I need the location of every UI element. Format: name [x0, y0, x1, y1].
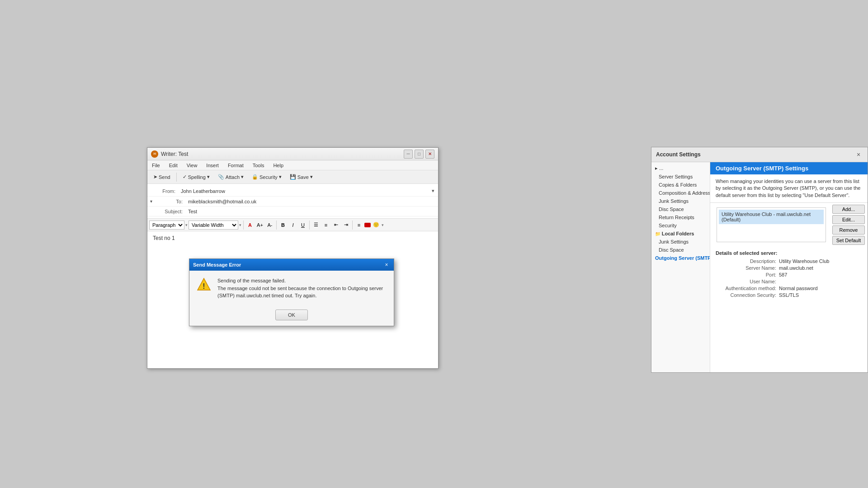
compose-window-buttons: ─ □ ✕ [404, 150, 434, 159]
smtp-auth-label: Authentication method: [716, 286, 779, 291]
spelling-label: Spelling [188, 174, 206, 180]
smtp-connection-security-label: Connection Security: [716, 292, 779, 298]
smtp-description-row: Description: Utility Warehouse Club [716, 258, 862, 264]
tree-item-junk-settings[interactable]: Junk Settings [651, 197, 710, 205]
indent-decrease-button[interactable]: ⇤ [331, 221, 340, 230]
tree-item-server-settings[interactable]: Server Settings [651, 173, 710, 181]
spelling-icon: ✓ [183, 174, 187, 180]
compose-window-title: Writer: Test [161, 151, 188, 157]
tree-item-disc-space[interactable]: Disc Space [651, 205, 710, 213]
to-row: ▾ To: [147, 197, 438, 206]
smtp-remove-button[interactable]: Remove [832, 225, 865, 235]
tree-item-junk-settings-2[interactable]: Junk Settings [651, 238, 710, 246]
tree-item-outgoing-smtp[interactable]: Outgoing Server (SMTP) [651, 254, 710, 262]
menu-help[interactable]: Help [271, 162, 285, 169]
font-color-button[interactable]: A [245, 221, 255, 230]
spelling-button[interactable]: ✓ Spelling ▾ [179, 173, 213, 181]
tree-item-root[interactable]: ▸ ... [651, 164, 710, 173]
smtp-header: Outgoing Server (SMTP) Settings [710, 162, 868, 174]
smtp-port-row: Port: 587 [716, 272, 862, 277]
menu-view[interactable]: View [185, 162, 199, 169]
underline-button[interactable]: U [298, 221, 307, 230]
attach-label: Attach [226, 174, 240, 180]
error-body: ! Sending of the message failed. The mes… [189, 271, 394, 306]
compose-maximize-button[interactable]: □ [415, 150, 424, 159]
error-message: Sending of the message failed. The messa… [217, 277, 387, 300]
smtp-edit-button[interactable]: Edit... [832, 215, 865, 224]
save-button[interactable]: 💾 Save ▾ [287, 173, 316, 181]
security-label: Security [259, 174, 278, 180]
italic-button[interactable]: I [288, 221, 297, 230]
menu-edit[interactable]: Edit [167, 162, 179, 169]
compose-minimize-button[interactable]: ─ [404, 150, 413, 159]
send-label: Send [159, 174, 170, 180]
menu-tools[interactable]: Tools [251, 162, 266, 169]
account-settings-title: Account Settings [656, 151, 701, 158]
attach-dropdown-icon: ▾ [241, 174, 244, 180]
save-label: Save [297, 174, 309, 180]
tree-item-disc-space-2[interactable]: Disc Space [651, 246, 710, 254]
bold-button[interactable]: B [278, 221, 288, 230]
smtp-port-label: Port: [716, 272, 779, 277]
tree-item-return-receipts[interactable]: Return Receipts [651, 213, 710, 221]
smtp-panel: Outgoing Server (SMTP) Settings When man… [710, 162, 868, 372]
error-titlebar: Send Message Error × [189, 259, 394, 271]
error-close-button[interactable]: × [383, 261, 390, 268]
font-width-select[interactable]: Variable Width [189, 221, 238, 230]
send-icon: ➤ [153, 174, 157, 180]
svg-text:!: ! [203, 282, 205, 290]
tree-item-security[interactable]: Security [651, 221, 710, 230]
tree-item-composition-addressing[interactable]: Composition & Addressing [651, 189, 710, 197]
account-settings-close-button[interactable]: × [854, 150, 863, 159]
format-separator-3 [309, 221, 310, 230]
smtp-server-item[interactable]: Utility Warehouse Club - mail.uwclub.net… [719, 210, 824, 224]
smtp-server-list: Utility Warehouse Club - mail.uwclub.net… [717, 207, 826, 242]
security-button[interactable]: 🔒 Security ▾ [249, 173, 285, 181]
numbered-list-button[interactable]: ≡ [321, 221, 330, 230]
to-collapse-button[interactable]: ▾ [147, 199, 155, 204]
format-separator-2 [276, 221, 277, 230]
from-field[interactable] [179, 188, 432, 195]
bullet-list-button[interactable]: ☰ [311, 221, 321, 230]
smtp-add-button[interactable]: Add... [832, 205, 865, 214]
compose-titlebar: ✉ Writer: Test ─ □ ✕ [147, 148, 438, 160]
format-toolbar: Paragraph ▾ Variable Width ▾ A A+ A- B I… [147, 219, 438, 231]
account-settings-body: ▸ ... Server Settings Copies & Folders C… [651, 162, 868, 372]
send-button[interactable]: ➤ Send [150, 173, 174, 181]
compose-app-icon: ✉ [151, 150, 158, 158]
smtp-connection-security-value: SSL/TLS [779, 292, 799, 298]
menu-insert[interactable]: Insert [204, 162, 221, 169]
indent-increase-button[interactable]: ⇥ [341, 221, 350, 230]
smtp-auth-row: Authentication method: Normal password [716, 286, 862, 291]
align-button[interactable]: ≡ [354, 221, 363, 230]
menu-format[interactable]: Format [226, 162, 245, 169]
from-label: From: [147, 188, 179, 194]
compose-titlebar-left: ✉ Writer: Test [151, 150, 188, 158]
subject-field[interactable] [186, 208, 438, 215]
from-dropdown-icon[interactable]: ▾ [432, 188, 438, 194]
from-row: From: ▾ [147, 186, 438, 197]
font-size-decrease-button[interactable]: A- [265, 221, 274, 230]
smtp-username-row: User Name: [716, 279, 862, 284]
to-label: To: [155, 199, 186, 204]
font-size-increase-button[interactable]: A+ [255, 221, 264, 230]
text-color-block-button[interactable] [364, 223, 371, 227]
ok-button[interactable]: OK [275, 310, 308, 320]
error-line1: Sending of the message failed. [217, 277, 387, 285]
emoji-button[interactable]: 🙂 [372, 221, 381, 230]
smtp-set-default-button[interactable]: Set Default [832, 236, 865, 245]
compose-close-button[interactable]: ✕ [425, 150, 434, 159]
compose-body-text: Test no 1 [153, 235, 175, 241]
attach-button[interactable]: 📎 Attach ▾ [215, 173, 247, 181]
tree-item-copies-folders[interactable]: Copies & Folders [651, 181, 710, 189]
smtp-username-label: User Name: [716, 279, 779, 284]
menu-file[interactable]: File [150, 162, 162, 169]
subject-row: Subject: [147, 206, 438, 216]
smtp-port-value: 587 [779, 272, 787, 277]
tree-item-local-folders[interactable]: Local Folders [651, 230, 710, 238]
error-footer: OK [189, 306, 394, 326]
paragraph-format-select[interactable]: Paragraph [149, 221, 184, 230]
to-field[interactable] [186, 198, 438, 205]
subject-label: Subject: [155, 209, 186, 214]
warning-icon: ! [197, 277, 211, 291]
